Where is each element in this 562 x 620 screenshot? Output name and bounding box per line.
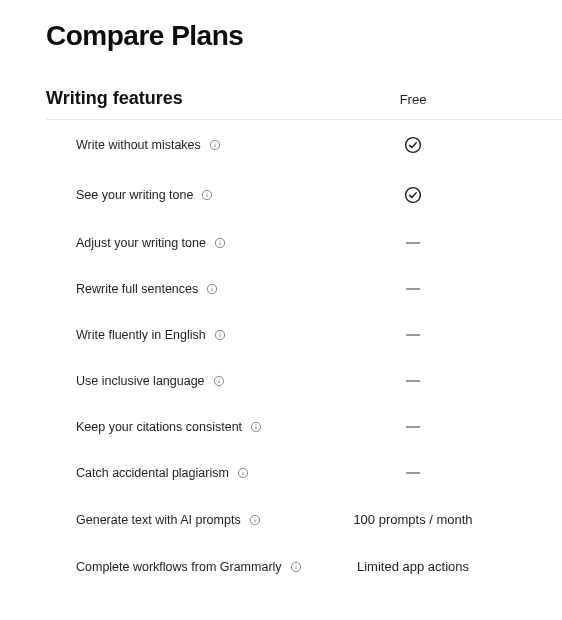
feature-left: Generate text with AI prompts	[76, 513, 261, 527]
info-icon[interactable]	[250, 421, 262, 433]
info-icon[interactable]	[213, 375, 225, 387]
info-icon[interactable]	[249, 514, 261, 526]
comparison-header: Writing features Free	[46, 88, 562, 120]
dash-icon	[406, 242, 420, 244]
plan-value-free	[348, 242, 478, 244]
feature-label: Complete workflows from Grammarly	[76, 560, 282, 574]
feature-row: Keep your citations consistent	[46, 404, 562, 450]
svg-point-28	[254, 517, 255, 518]
feature-left: Catch accidental plagiarism	[76, 466, 249, 480]
info-icon[interactable]	[209, 139, 221, 151]
feature-left: Write without mistakes	[76, 138, 221, 152]
info-icon[interactable]	[214, 329, 226, 341]
svg-point-10	[219, 240, 220, 241]
svg-point-22	[256, 424, 257, 425]
svg-point-13	[212, 286, 213, 287]
feature-label: Keep your citations consistent	[76, 420, 242, 434]
section-title: Writing features	[46, 88, 183, 109]
plan-value-free	[348, 288, 478, 290]
feature-left: Rewrite full sentences	[76, 282, 218, 296]
feature-row: Rewrite full sentences	[46, 266, 562, 312]
feature-label: Use inclusive language	[76, 374, 205, 388]
plan-column-free: Free	[348, 92, 478, 107]
feature-label: Catch accidental plagiarism	[76, 466, 229, 480]
svg-point-7	[406, 188, 421, 203]
dash-icon	[406, 288, 420, 290]
feature-label: Generate text with AI prompts	[76, 513, 241, 527]
info-icon[interactable]	[237, 467, 249, 479]
page-title: Compare Plans	[46, 20, 562, 52]
feature-left: Write fluently in English	[76, 328, 226, 342]
feature-row: Catch accidental plagiarism	[46, 450, 562, 496]
svg-point-19	[218, 378, 219, 379]
feature-left: See your writing tone	[76, 188, 213, 202]
check-icon	[404, 136, 422, 154]
feature-label: Adjust your writing tone	[76, 236, 206, 250]
plan-value-free	[348, 334, 478, 336]
feature-row: Adjust your writing tone	[46, 220, 562, 266]
plan-value-free	[348, 472, 478, 474]
plan-value-free: Limited app actions	[348, 559, 478, 574]
plan-value-free	[348, 186, 478, 204]
svg-point-2	[214, 142, 215, 143]
plan-value-free: 100 prompts / month	[348, 512, 478, 527]
dash-icon	[406, 334, 420, 336]
svg-point-16	[219, 332, 220, 333]
feature-row: Use inclusive language	[46, 358, 562, 404]
info-icon[interactable]	[201, 189, 213, 201]
dash-icon	[406, 380, 420, 382]
feature-label: Rewrite full sentences	[76, 282, 198, 296]
svg-point-6	[207, 192, 208, 193]
svg-point-3	[406, 138, 421, 153]
feature-list: Write without mistakes See your writing …	[46, 120, 562, 590]
check-icon	[404, 186, 422, 204]
dash-icon	[406, 472, 420, 474]
plan-value-free	[348, 380, 478, 382]
feature-row: Generate text with AI prompts 100 prompt…	[46, 496, 562, 543]
feature-row: Complete workflows from Grammarly Limite…	[46, 543, 562, 590]
feature-label: Write fluently in English	[76, 328, 206, 342]
feature-label: See your writing tone	[76, 188, 193, 202]
dash-icon	[406, 426, 420, 428]
info-icon[interactable]	[290, 561, 302, 573]
feature-left: Keep your citations consistent	[76, 420, 262, 434]
plan-value-free	[348, 426, 478, 428]
feature-left: Complete workflows from Grammarly	[76, 560, 302, 574]
svg-point-25	[242, 470, 243, 471]
plan-value-free	[348, 136, 478, 154]
info-icon[interactable]	[206, 283, 218, 295]
info-icon[interactable]	[214, 237, 226, 249]
feature-left: Use inclusive language	[76, 374, 225, 388]
feature-left: Adjust your writing tone	[76, 236, 226, 250]
feature-row: See your writing tone	[46, 170, 562, 220]
feature-row: Write without mistakes	[46, 120, 562, 170]
feature-label: Write without mistakes	[76, 138, 201, 152]
feature-row: Write fluently in English	[46, 312, 562, 358]
svg-point-31	[295, 564, 296, 565]
